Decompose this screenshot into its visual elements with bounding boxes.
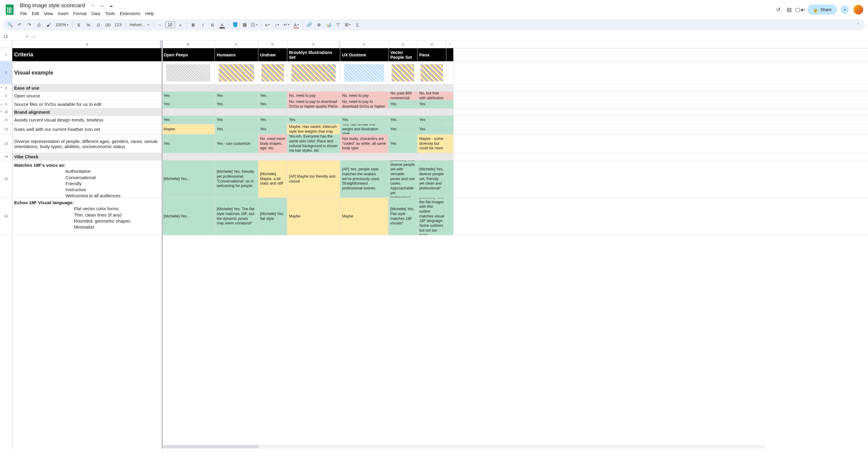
text-color-icon[interactable]: A (218, 20, 227, 29)
wrap-icon[interactable]: ↵▾ (282, 20, 291, 29)
cell-value[interactable]: Yes (162, 100, 215, 108)
font-select[interactable]: Helvet...▾ (127, 20, 151, 29)
cell-criteria-header[interactable]: Criteria (12, 48, 162, 61)
fill-color-icon[interactable]: 🪣 (230, 20, 240, 29)
menu-format[interactable]: Format (71, 10, 89, 17)
cell[interactable] (446, 109, 454, 115)
cell-value[interactable]: [Michelle] Yes. The flat style matches 1… (215, 198, 258, 235)
cell-image[interactable] (340, 61, 389, 84)
cell-value[interactable]: [Michelle] Maybe, a bit static and stiff (258, 161, 287, 198)
row-header-16[interactable]: 16 (0, 198, 12, 235)
cell[interactable] (340, 84, 389, 91)
more-formats-icon[interactable]: 123 (113, 20, 123, 29)
zoom-select[interactable]: 100%▾ (54, 20, 70, 29)
comment-icon[interactable]: ⊕ (314, 20, 323, 29)
cell[interactable] (215, 84, 258, 91)
cell[interactable] (417, 109, 446, 115)
cell-col-header[interactable]: Humaans (215, 48, 258, 61)
share-button[interactable]: 🔒 Share (807, 4, 837, 15)
row-header-1[interactable]: 1 (0, 48, 12, 61)
filter-icon[interactable]: ▽ (334, 20, 343, 29)
menu-tools[interactable]: Tools (103, 10, 117, 17)
cell-criteria[interactable]: Diverse representation of people; differ… (12, 135, 162, 153)
cell-value[interactable]: Maybe (340, 198, 389, 235)
horizontal-scrollbar[interactable] (163, 445, 766, 449)
cell-value[interactable]: Yes, has similar line weight and illustr… (340, 124, 389, 134)
cell[interactable] (287, 153, 340, 160)
filter-views-icon[interactable]: ⊞▾ (343, 20, 352, 29)
cell-value[interactable]: No, need to pay to download SVGs or high… (287, 100, 340, 108)
cell-value[interactable]: Yes (258, 92, 287, 100)
cell[interactable] (446, 116, 454, 124)
cell[interactable] (446, 161, 454, 198)
freeze-handle[interactable] (160, 41, 163, 48)
cell-value[interactable]: Yes (258, 100, 287, 108)
cell[interactable] (446, 135, 454, 153)
star-icon[interactable]: ☆ (90, 3, 96, 8)
cell-value[interactable]: [AP] Maybe too friendly and casual (287, 161, 340, 198)
row-header-6[interactable]: 6▴ (0, 100, 12, 108)
col-header-E[interactable]: E◂ ▸ (287, 41, 340, 48)
cell-value[interactable]: Yes (162, 135, 215, 153)
cell[interactable] (287, 109, 340, 115)
cell-value[interactable]: [Michelle] Yes... (162, 161, 215, 198)
merge-icon[interactable]: ⿻▾ (250, 20, 259, 29)
share-dropdown[interactable]: ▾ (841, 5, 849, 14)
row-header-11[interactable]: 11 (0, 115, 12, 124)
decrease-decimal-icon[interactable]: .0 (93, 20, 102, 29)
cell-value[interactable]: Yes - can customize (215, 135, 258, 153)
sheets-logo[interactable] (4, 4, 16, 16)
strike-icon[interactable]: S (208, 20, 217, 29)
col-header-H[interactable]: H (417, 41, 446, 48)
cell-value[interactable]: Yes (162, 92, 215, 100)
cell-value[interactable]: Yes-ish. Everyone has the same skin colo… (287, 135, 340, 153)
scrollbar-thumb[interactable] (163, 445, 259, 449)
halign-icon[interactable]: ≡▾ (263, 20, 272, 29)
menu-view[interactable]: View (42, 10, 55, 17)
meet-icon[interactable]: ▢◂▾ (797, 6, 804, 13)
cell-value[interactable]: Yes (287, 116, 340, 124)
valign-icon[interactable]: ↕▾ (273, 20, 281, 29)
select-all-corner[interactable] (0, 41, 12, 48)
cell-image[interactable] (287, 61, 340, 84)
borders-icon[interactable]: ▦ (240, 20, 249, 29)
history-icon[interactable]: ↺ (775, 6, 782, 13)
cell-value[interactable]: Yes (215, 124, 258, 134)
row-header-12[interactable]: 12 (0, 124, 12, 134)
cell-image[interactable] (215, 61, 258, 84)
doc-title[interactable]: Blog image style scorecard (18, 2, 87, 9)
cell-value[interactable]: No, but free with attribution (417, 92, 446, 100)
cell-criteria[interactable]: Matches 18F's voice as: Authoritative Co… (12, 161, 162, 198)
cell-value[interactable]: Yes (258, 124, 287, 134)
cell-value[interactable]: [Michelle] Yes flat style (258, 198, 287, 235)
percent-icon[interactable]: % (84, 20, 93, 29)
cell-value[interactable]: No, need to pay to download SVGs or high… (340, 100, 389, 108)
cell-value[interactable]: Yes (417, 116, 446, 124)
menu-data[interactable]: Data (89, 10, 102, 17)
menu-edit[interactable]: Edit (30, 10, 41, 17)
col-header-D[interactable]: D (258, 41, 287, 48)
cell-value[interactable]: Yes (162, 116, 215, 124)
cell-col-header[interactable]: Vector People Set (389, 48, 417, 61)
cell-value[interactable]: Maybe (287, 198, 340, 235)
cell[interactable] (389, 84, 417, 91)
menu-insert[interactable]: Insert (56, 10, 70, 17)
cell-value[interactable]: [Michelle] Yes, Flat style matches 18F v… (389, 198, 417, 235)
search-icon[interactable]: 🔍 (5, 20, 14, 29)
cell-image[interactable] (162, 61, 215, 84)
cell-col-header[interactable]: Open Peeps (162, 48, 215, 61)
cell-value[interactable]: Yes (215, 100, 258, 108)
cell-criteria[interactable]: Goes well with our current Feather icon … (12, 124, 162, 134)
cell[interactable] (446, 61, 454, 84)
cell-value[interactable]: Yes (389, 124, 417, 134)
row-header-10[interactable]: 10▾ (0, 108, 12, 115)
row-header-2[interactable]: 2 (0, 61, 12, 84)
cell-value[interactable]: [Michelle] Yes, the flat images with thi… (417, 198, 446, 235)
functions-icon[interactable]: Σ (353, 20, 362, 29)
cell[interactable] (287, 84, 340, 91)
cell-value[interactable]: [Michelle] Yes, diverse people set, frie… (417, 161, 446, 198)
fontsize-minus[interactable]: − (156, 20, 164, 29)
cell[interactable] (446, 198, 454, 235)
cell[interactable] (446, 124, 454, 134)
cell[interactable] (340, 109, 389, 115)
